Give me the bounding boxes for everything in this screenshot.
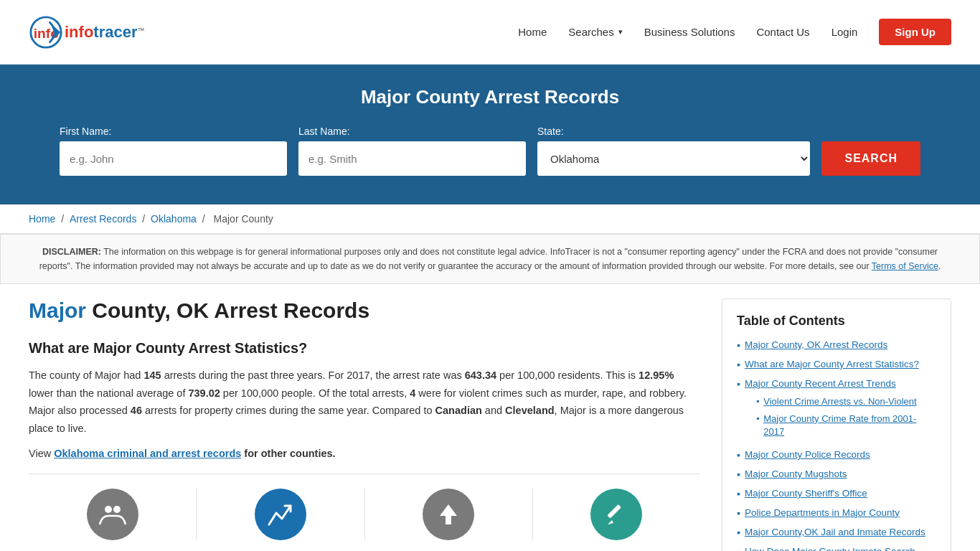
nav-login[interactable]: Login bbox=[831, 26, 858, 38]
search-form: First Name: Last Name: State: Oklahoma A… bbox=[60, 126, 920, 176]
toc-item-4: Major County Police Records bbox=[737, 448, 936, 462]
toc-item-7: Police Departments in Major County bbox=[737, 507, 936, 520]
breadcrumb-oklahoma[interactable]: Oklahoma bbox=[151, 213, 197, 225]
first-name-input[interactable] bbox=[60, 141, 287, 176]
toc-title: Table of Contents bbox=[737, 314, 936, 329]
toc-item-1: Major County, OK Arrest Records bbox=[737, 339, 936, 352]
toc-link-8[interactable]: Major County,OK Jail and Inmate Records bbox=[745, 526, 925, 540]
first-name-group: First Name: bbox=[60, 126, 287, 176]
main-nav: Home Searches ▾ Business Solutions Conta… bbox=[518, 19, 951, 45]
article-paragraph1: The county of Major had 145 arrests duri… bbox=[29, 367, 700, 438]
article-section: Major County, OK Arrest Records What are… bbox=[29, 298, 700, 551]
breadcrumb-sep2: / bbox=[142, 213, 148, 225]
toc-link-4[interactable]: Major County Police Records bbox=[745, 448, 870, 462]
toc-item-9: How Does Major County Inmate Search Work… bbox=[737, 545, 936, 551]
toc-link-1[interactable]: Major County, OK Arrest Records bbox=[745, 339, 887, 352]
nav-contact-us[interactable]: Contact Us bbox=[756, 26, 809, 38]
oklahoma-records-link[interactable]: Oklahoma criminal and arrest records bbox=[54, 448, 241, 459]
disclaimer-text: The information on this webpage is for g… bbox=[39, 247, 938, 271]
toc-item-8: Major County,OK Jail and Inmate Records bbox=[737, 526, 936, 540]
state-group: State: Oklahoma Alabama Alaska Arizona A… bbox=[537, 126, 810, 176]
main-content: Major County, OK Arrest Records What are… bbox=[0, 284, 980, 551]
toc-sublink-3-2[interactable]: Major County Crime Rate from 2001-2017 bbox=[763, 413, 936, 438]
hero-section: Major County Arrest Records First Name: … bbox=[0, 65, 980, 204]
toc-item-2: What are Major County Arrest Statistics? bbox=[737, 358, 936, 372]
toc-list: Major County, OK Arrest Records What are… bbox=[737, 339, 936, 551]
toc-link-6[interactable]: Major County Sheriff's Office bbox=[745, 487, 867, 501]
chevron-down-icon: ▾ bbox=[618, 27, 623, 37]
first-name-label: First Name: bbox=[60, 126, 287, 137]
breadcrumb-major-county: Major County bbox=[214, 213, 273, 225]
breadcrumb-sep1: / bbox=[61, 213, 67, 225]
toc-link-3[interactable]: Major County Recent Arrest Trends bbox=[745, 378, 896, 389]
nav-searches[interactable]: Searches ▾ bbox=[568, 26, 622, 38]
nav-business-solutions[interactable]: Business Solutions bbox=[644, 26, 735, 38]
toc-link-5[interactable]: Major County Mugshots bbox=[745, 468, 847, 481]
last-name-input[interactable] bbox=[298, 141, 526, 176]
svg-marker-5 bbox=[440, 504, 457, 524]
last-name-label: Last Name: bbox=[298, 126, 526, 137]
article-title-rest: County, OK Arrest Records bbox=[86, 298, 369, 322]
toc-link-7[interactable]: Police Departments in Major County bbox=[745, 507, 900, 520]
breadcrumb-sep3: / bbox=[202, 213, 208, 225]
toc-subitem-3-1: Violent Crime Arrests vs. Non-Violent bbox=[756, 395, 936, 408]
toc-item-5: Major County Mugshots bbox=[737, 468, 936, 481]
article-title-highlight: Major bbox=[29, 298, 86, 322]
site-header: info infotracer™ Home Searches ▾ Busines… bbox=[0, 0, 980, 65]
toc-item-3: Major County Recent Arrest Trends Violen… bbox=[737, 377, 936, 443]
icon-block-1 bbox=[29, 489, 197, 540]
svg-point-3 bbox=[105, 506, 112, 513]
icon-block-3 bbox=[365, 489, 533, 540]
search-button[interactable]: SEARCH bbox=[821, 141, 920, 176]
toc-item-6: Major County Sheriff's Office bbox=[737, 487, 936, 501]
icons-row bbox=[29, 474, 700, 540]
svg-rect-6 bbox=[608, 504, 622, 518]
disclaimer-box: DISCLAIMER: The information on this webp… bbox=[0, 234, 980, 284]
toc-section: Table of Contents Major County, OK Arres… bbox=[722, 298, 951, 551]
hero-title: Major County Arrest Records bbox=[29, 86, 951, 108]
toc-subitem-3-2: Major County Crime Rate from 2001-2017 bbox=[756, 413, 936, 438]
toc-link-9[interactable]: How Does Major County Inmate Search Work… bbox=[745, 545, 936, 551]
icon-block-4 bbox=[533, 489, 700, 540]
logo-text: infotracer™ bbox=[65, 23, 144, 42]
last-name-group: Last Name: bbox=[298, 126, 526, 176]
toc-box: Table of Contents Major County, OK Arres… bbox=[722, 298, 951, 551]
logo: info infotracer™ bbox=[29, 15, 144, 50]
icon-block-2 bbox=[197, 489, 364, 540]
toc-sublink-3-1[interactable]: Violent Crime Arrests vs. Non-Violent bbox=[763, 395, 916, 408]
svg-marker-7 bbox=[608, 520, 613, 524]
nav-signup[interactable]: Sign Up bbox=[879, 19, 951, 45]
breadcrumb-home[interactable]: Home bbox=[29, 213, 55, 225]
disclaimer-period: . bbox=[938, 261, 941, 271]
icon-chart-up bbox=[255, 489, 306, 540]
breadcrumb-arrest-records[interactable]: Arrest Records bbox=[70, 213, 136, 225]
view-link-paragraph: View Oklahoma criminal and arrest record… bbox=[29, 448, 700, 459]
state-select[interactable]: Oklahoma Alabama Alaska Arizona Arkansas… bbox=[537, 141, 810, 176]
breadcrumb: Home / Arrest Records / Oklahoma / Major… bbox=[0, 204, 980, 234]
section1-heading: What are Major County Arrest Statistics? bbox=[29, 340, 700, 357]
icon-people bbox=[87, 489, 138, 540]
toc-sublist-3: Violent Crime Arrests vs. Non-Violent Ma… bbox=[745, 395, 936, 439]
icon-arrow-up bbox=[423, 489, 474, 540]
article-title: Major County, OK Arrest Records bbox=[29, 298, 700, 323]
disclaimer-tos-link[interactable]: Terms of Service bbox=[872, 261, 938, 271]
disclaimer-label: DISCLAIMER: bbox=[42, 247, 101, 257]
toc-link-2[interactable]: What are Major County Arrest Statistics? bbox=[745, 358, 919, 372]
nav-home[interactable]: Home bbox=[518, 26, 547, 38]
icon-pencil bbox=[590, 489, 642, 540]
svg-point-4 bbox=[113, 506, 121, 513]
state-label: State: bbox=[537, 126, 810, 137]
logo-icon: info bbox=[29, 15, 63, 50]
